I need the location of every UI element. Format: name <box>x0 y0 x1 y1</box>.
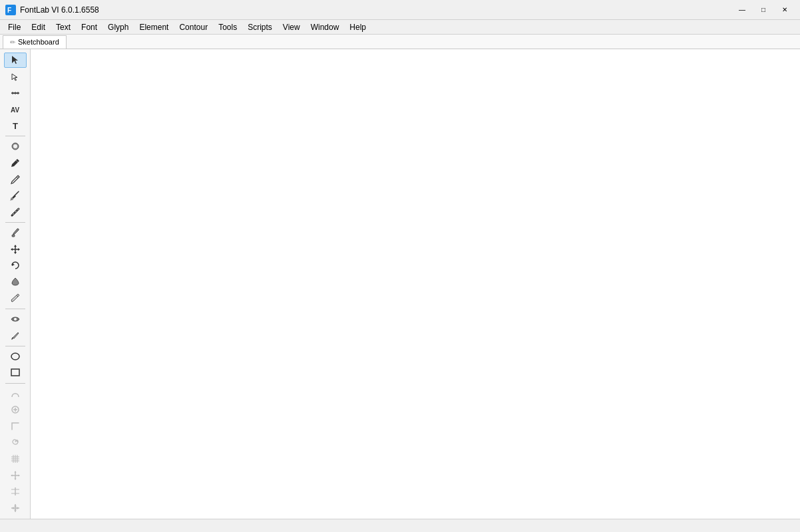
distribute-tool[interactable] <box>4 484 27 499</box>
separator-4 <box>5 346 25 346</box>
menu-item-file[interactable]: File <box>3 20 26 34</box>
nudge-tool[interactable] <box>4 241 27 257</box>
svg-marker-38 <box>14 471 16 473</box>
svg-text:F: F <box>7 7 11 14</box>
app-icon: F <box>5 5 16 15</box>
kerning-tool[interactable]: AV <box>4 102 27 117</box>
rectangle-tool[interactable] <box>4 365 27 380</box>
menu-item-glyph[interactable]: Glyph <box>102 20 134 34</box>
transform-tool[interactable] <box>4 467 27 483</box>
node-select-tool[interactable] <box>4 69 27 84</box>
svg-marker-40 <box>11 474 13 476</box>
marker-tool[interactable] <box>4 291 27 306</box>
svg-point-14 <box>11 198 13 200</box>
menu-item-contour[interactable]: Contour <box>174 20 213 34</box>
svg-rect-26 <box>11 369 19 376</box>
select-tool[interactable] <box>4 53 27 68</box>
tab-label: Sketchboard <box>18 38 59 46</box>
text-tool[interactable]: T <box>4 118 27 134</box>
main-layout: AV T <box>0 49 800 519</box>
corner-tool[interactable] <box>4 419 27 434</box>
menu-item-text[interactable]: Text <box>51 20 76 34</box>
close-button[interactable]: ✕ <box>775 3 795 17</box>
svg-marker-19 <box>14 252 17 254</box>
separator-2 <box>5 222 25 223</box>
menu-item-tools[interactable]: Tools <box>213 20 242 34</box>
svg-point-25 <box>11 353 19 360</box>
svg-marker-39 <box>14 478 16 480</box>
pen-tool[interactable] <box>4 156 27 171</box>
eraser-tool[interactable] <box>4 139 27 154</box>
ruler-tool[interactable] <box>4 86 27 101</box>
calligraphy-tool[interactable] <box>4 204 27 219</box>
svg-point-11 <box>13 144 17 148</box>
brush-tool[interactable] <box>4 188 27 203</box>
separator-5 <box>5 383 25 384</box>
ellipse-tool[interactable] <box>4 348 27 364</box>
tab-bar: ✏Sketchboard <box>0 35 800 49</box>
svg-text:T: T <box>13 121 18 131</box>
minimize-button[interactable]: — <box>732 3 752 17</box>
menu-item-scripts[interactable]: Scripts <box>242 20 278 34</box>
menu-item-element[interactable]: Element <box>134 20 174 34</box>
add-point-tool[interactable] <box>4 402 27 418</box>
canvas-area[interactable] <box>31 49 800 519</box>
window-controls: — □ ✕ <box>732 3 795 17</box>
svg-point-48 <box>14 509 16 511</box>
svg-line-24 <box>12 338 13 339</box>
svg-point-23 <box>14 318 17 321</box>
separator-3 <box>5 309 25 309</box>
svg-marker-21 <box>18 248 20 251</box>
title-bar-left: F FontLab VI 6.0.1.6558 <box>5 5 99 15</box>
menu-item-view[interactable]: View <box>278 20 305 34</box>
tab-sketchboard[interactable]: ✏Sketchboard <box>3 35 67 49</box>
title-bar: F FontLab VI 6.0.1.6558 — □ ✕ <box>0 0 800 20</box>
eyedropper-tool[interactable] <box>4 225 27 241</box>
spiral-tool[interactable] <box>4 435 27 450</box>
maximize-button[interactable]: □ <box>753 3 773 17</box>
knife-tool[interactable] <box>4 328 27 343</box>
svg-line-13 <box>17 177 18 178</box>
svg-text:AV: AV <box>11 106 19 114</box>
svg-point-49 <box>12 507 14 509</box>
eye-shape-tool[interactable] <box>4 312 27 327</box>
svg-marker-41 <box>18 474 20 476</box>
toolbar: AV T <box>0 49 31 519</box>
svg-marker-18 <box>14 245 17 247</box>
grid-tool[interactable] <box>4 452 27 467</box>
svg-rect-15 <box>12 235 15 237</box>
title-text: FontLab VI 6.0.1.6558 <box>20 5 99 15</box>
svg-marker-22 <box>12 263 15 266</box>
menu-bar: FileEditTextFontGlyphElementContourTools… <box>0 20 800 35</box>
fill-tool[interactable] <box>4 275 27 290</box>
svg-marker-20 <box>11 248 13 251</box>
svg-point-50 <box>16 507 18 509</box>
menu-item-window[interactable]: Window <box>305 20 345 34</box>
tab-icon: ✏ <box>10 39 15 46</box>
rotate-tool[interactable] <box>4 258 27 273</box>
separator-1 <box>5 136 25 136</box>
pencil-tool[interactable] <box>4 172 27 187</box>
menu-item-font[interactable]: Font <box>76 20 102 34</box>
menu-item-help[interactable]: Help <box>344 20 371 34</box>
curve-tool[interactable] <box>4 386 27 401</box>
menu-item-edit[interactable]: Edit <box>26 20 51 34</box>
anchor-tool[interactable] <box>4 500 27 515</box>
svg-point-47 <box>14 505 16 507</box>
status-bar <box>0 519 800 532</box>
